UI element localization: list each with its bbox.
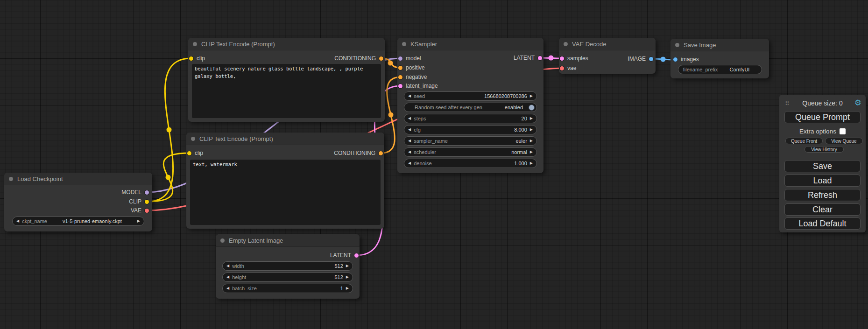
sampler-name-widget[interactable]: ◀ sampler_name euler ▶: [404, 136, 537, 146]
input-slot-clip[interactable]: clip: [187, 149, 203, 157]
increment-arrow-icon[interactable]: ▶: [530, 139, 533, 143]
steps-widget[interactable]: ◀ steps 20 ▶: [404, 114, 537, 123]
decrement-arrow-icon[interactable]: ◀: [226, 264, 229, 268]
filename-prefix-widget[interactable]: filename_prefix ComfyUI: [678, 65, 762, 74]
collapse-dot-icon[interactable]: [220, 238, 225, 243]
output-slot-clip[interactable]: CLIP: [129, 198, 149, 205]
node-vae-decode[interactable]: VAE Decode samples vae IMAGE: [559, 38, 656, 74]
node-title-bar[interactable]: VAE Decode: [559, 38, 656, 50]
node-title-bar[interactable]: Empty Latent Image: [216, 234, 360, 247]
node-graph-canvas[interactable]: Load Checkpoint MODEL CLIP VAE ◀ ckpt_na…: [0, 0, 868, 329]
decrement-arrow-icon[interactable]: ◀: [226, 275, 229, 279]
collapse-dot-icon[interactable]: [564, 42, 568, 46]
input-slot-model[interactable]: model: [398, 55, 421, 62]
node-clip-text-encode-positive[interactable]: CLIP Text Encode (Prompt) clip CONDITION…: [188, 38, 385, 122]
queue-prompt-button[interactable]: Queue Prompt: [784, 111, 861, 123]
increment-arrow-icon[interactable]: ▶: [530, 94, 533, 98]
increment-arrow-icon[interactable]: ▶: [137, 219, 140, 223]
node-empty-latent-image[interactable]: Empty Latent Image LATENT ◀ width 512 ▶ …: [216, 234, 360, 299]
save-button[interactable]: Save: [784, 160, 861, 172]
clip-slot-dot[interactable]: [187, 151, 191, 155]
node-load-checkpoint[interactable]: Load Checkpoint MODEL CLIP VAE ◀ ckpt_na…: [4, 173, 152, 231]
vae-slot-dot[interactable]: [145, 209, 149, 213]
output-slot-latent[interactable]: LATENT: [514, 54, 542, 62]
node-ksampler[interactable]: KSampler model positive negative latent_…: [397, 38, 543, 173]
cfg-widget[interactable]: ◀ cfg 8.000 ▶: [404, 125, 537, 134]
node-title-bar[interactable]: KSampler: [397, 38, 543, 50]
node-title-bar[interactable]: Save Image: [670, 39, 769, 51]
conditioning-slot-dot[interactable]: [398, 66, 402, 70]
height-widget[interactable]: ◀ height 512 ▶: [222, 273, 353, 282]
collapse-dot-icon[interactable]: [9, 177, 13, 181]
scheduler-widget[interactable]: ◀ scheduler normal ▶: [404, 147, 537, 157]
batch-size-widget[interactable]: ◀ batch_size 1 ▶: [222, 284, 353, 293]
input-slot-images[interactable]: images: [673, 56, 699, 63]
decrement-arrow-icon[interactable]: ◀: [408, 128, 411, 132]
increment-arrow-icon[interactable]: ▶: [346, 275, 349, 279]
collapse-dot-icon[interactable]: [193, 42, 197, 46]
queue-front-button[interactable]: Queue Front: [785, 138, 823, 144]
clear-button[interactable]: Clear: [784, 203, 861, 216]
decrement-arrow-icon[interactable]: ◀: [408, 139, 411, 143]
seed-widget[interactable]: ◀ seed 156680208700286 ▶: [404, 91, 537, 101]
vae-slot-dot[interactable]: [560, 66, 564, 70]
decrement-arrow-icon[interactable]: ◀: [16, 219, 19, 223]
clip-slot-dot[interactable]: [145, 200, 149, 204]
gear-icon[interactable]: ⚙: [854, 98, 861, 108]
output-slot-conditioning[interactable]: CONDITIONING: [334, 149, 383, 157]
decrement-arrow-icon[interactable]: ◀: [408, 94, 411, 98]
input-slot-vae[interactable]: vae: [560, 64, 576, 72]
input-slot-samples[interactable]: samples: [560, 55, 588, 62]
image-slot-dot[interactable]: [673, 57, 677, 62]
model-slot-dot[interactable]: [398, 56, 402, 61]
queue-panel[interactable]: ⠿ Queue size: 0 ⚙ Queue Prompt Extra opt…: [779, 95, 866, 232]
toggle-knob-icon[interactable]: [529, 105, 535, 111]
collapse-dot-icon[interactable]: [191, 137, 195, 141]
node-clip-text-encode-negative[interactable]: CLIP Text Encode (Prompt) clip CONDITION…: [186, 133, 384, 229]
input-slot-latent-image[interactable]: latent_image: [398, 82, 438, 90]
view-history-button[interactable]: View History: [804, 146, 844, 153]
image-slot-dot[interactable]: [649, 57, 653, 61]
refresh-button[interactable]: Refresh: [784, 189, 861, 201]
load-button[interactable]: Load: [784, 175, 861, 187]
increment-arrow-icon[interactable]: ▶: [530, 128, 533, 132]
increment-arrow-icon[interactable]: ▶: [530, 117, 533, 120]
output-slot-latent[interactable]: LATENT: [330, 252, 359, 259]
decrement-arrow-icon[interactable]: ◀: [408, 161, 411, 165]
collapse-dot-icon[interactable]: [675, 43, 679, 47]
increment-arrow-icon[interactable]: ▶: [346, 287, 349, 290]
output-slot-conditioning[interactable]: CONDITIONING: [334, 55, 383, 62]
decrement-arrow-icon[interactable]: ◀: [226, 287, 229, 290]
output-slot-vae[interactable]: VAE: [131, 207, 149, 214]
width-widget[interactable]: ◀ width 512 ▶: [222, 261, 353, 271]
conditioning-slot-dot[interactable]: [398, 75, 402, 79]
positive-prompt-textarea[interactable]: beautiful scenery nature glass bottle la…: [192, 64, 381, 118]
node-save-image[interactable]: Save Image images filename_prefix ComfyU…: [670, 39, 769, 78]
collapse-dot-icon[interactable]: [402, 42, 406, 46]
conditioning-slot-dot[interactable]: [379, 151, 383, 155]
model-slot-dot[interactable]: [145, 190, 149, 195]
decrement-arrow-icon[interactable]: ◀: [408, 150, 411, 154]
increment-arrow-icon[interactable]: ▶: [346, 264, 349, 268]
ckpt-name-widget[interactable]: ◀ ckpt_name v1-5-pruned-emaonly.ckpt ▶: [12, 217, 144, 226]
denoise-widget[interactable]: ◀ denoise 1.000 ▶: [404, 159, 537, 168]
latent-slot-dot[interactable]: [398, 84, 402, 88]
latent-slot-dot[interactable]: [538, 56, 542, 60]
output-slot-model[interactable]: MODEL: [121, 189, 149, 196]
clip-slot-dot[interactable]: [189, 56, 193, 61]
conditioning-slot-dot[interactable]: [379, 56, 383, 61]
view-queue-button[interactable]: View Queue: [825, 138, 863, 144]
latent-slot-dot[interactable]: [354, 253, 359, 258]
node-title-bar[interactable]: CLIP Text Encode (Prompt): [188, 38, 385, 50]
input-slot-negative[interactable]: negative: [398, 73, 427, 81]
input-slot-clip[interactable]: clip: [189, 55, 205, 62]
latent-slot-dot[interactable]: [560, 56, 564, 61]
extra-options-checkbox[interactable]: [840, 128, 846, 134]
output-slot-image[interactable]: IMAGE: [628, 55, 653, 63]
random-seed-toggle-widget[interactable]: Random seed after every gen enabled: [404, 103, 537, 112]
load-default-button[interactable]: Load Default: [784, 217, 861, 230]
node-title-bar[interactable]: Load Checkpoint: [4, 173, 152, 185]
increment-arrow-icon[interactable]: ▶: [530, 161, 533, 165]
input-slot-positive[interactable]: positive: [398, 64, 425, 71]
increment-arrow-icon[interactable]: ▶: [530, 150, 533, 154]
